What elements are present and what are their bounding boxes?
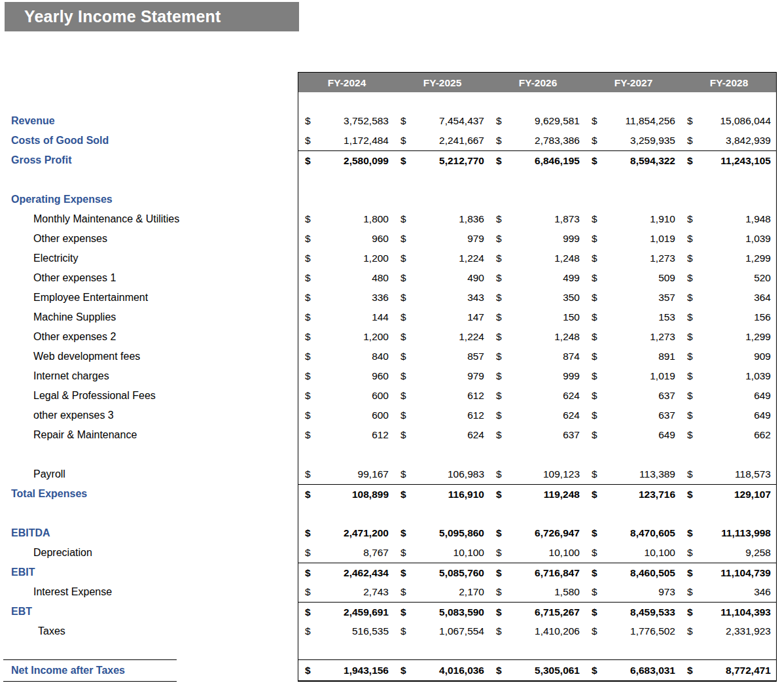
cell-value: 874 [563,347,580,366]
row-values: $960$979$999$1,019$1,039 [298,229,777,249]
cell-value: 1,273 [650,327,675,347]
currency-symbol: $ [305,386,311,406]
table-row: Other expenses 2$1,200$1,224$1,248$1,273… [0,327,777,347]
currency-symbol: $ [592,406,597,425]
table-row: Gross Profit$2,580,099$5,212,770$6,846,1… [0,150,777,170]
row-label: Costs of Good Sold [11,135,109,146]
row-label: Employee Entertainment [33,292,148,303]
table-row: Revenue$3,752,583$7,454,437$9,629,581$11… [0,111,777,131]
currency-symbol: $ [400,347,406,366]
cell-value: 3,842,939 [726,131,771,150]
cell-value: 612 [467,406,484,425]
cell-value: 6,726,947 [535,523,580,543]
currency-symbol: $ [400,425,406,445]
cell-value: 10,100 [453,543,484,563]
cell-value: 113,389 [639,464,675,484]
currency-symbol: $ [496,485,502,504]
row-values: $99,167$106,983$109,123$113,389$118,573 [298,464,777,484]
cell-value: 5,085,760 [439,563,484,582]
value-cell: $116,910 [394,485,489,504]
currency-symbol: $ [400,603,406,621]
currency-symbol: $ [305,307,311,327]
row-values: $1,172,484$2,241,667$2,783,386$3,259,935… [298,131,777,150]
cell-value: 2,471,200 [344,523,389,543]
row-values: $960$979$999$1,019$1,039 [298,366,777,386]
spacer-label [0,445,298,464]
value-cell: $10,100 [394,543,489,563]
value-cell: $624 [394,425,489,445]
value-cell: $11,104,393 [681,603,776,621]
currency-symbol: $ [400,660,406,680]
row-values [298,445,777,464]
row-values: $1,200$1,224$1,248$1,273$1,299 [298,249,777,268]
currency-symbol: $ [496,406,502,425]
cell-value: 336 [372,288,389,307]
currency-symbol: $ [400,582,406,602]
cell-value: 979 [467,229,484,249]
cell-value: 9,629,581 [535,111,580,131]
currency-symbol: $ [400,209,406,229]
table-row: EBITDA$2,471,200$5,095,860$6,726,947$8,4… [0,523,777,543]
value-cell: $106,983 [394,464,489,484]
value-cell: $960 [298,366,394,386]
currency-symbol: $ [496,347,502,366]
value-cell: $2,783,386 [489,131,585,150]
row-values: $1,200$1,224$1,248$1,273$1,299 [298,327,777,347]
value-cell: $147 [394,307,489,327]
currency-symbol: $ [496,111,502,131]
table-row: Monthly Maintenance & Utilities$1,800$1,… [0,209,777,229]
currency-symbol: $ [687,209,693,229]
value-cell: $600 [298,406,394,425]
row-values: $2,462,434$5,085,760$6,716,847$8,460,505… [298,563,777,582]
cell-value: 1,910 [650,209,675,229]
cell-value: 11,854,256 [626,111,675,131]
value-cell: $637 [489,425,585,445]
cell-value: 11,104,393 [720,603,771,621]
value-cell: $8,470,605 [585,523,681,543]
value-cell: $1,224 [394,327,489,347]
value-cell: $1,248 [489,327,585,347]
cell-value: 5,212,770 [439,151,484,170]
cell-value: 1,200 [363,327,389,347]
cell-value: 1,273 [650,249,675,268]
value-cell: $11,854,256 [585,111,681,131]
currency-symbol: $ [496,151,502,170]
value-cell: $8,460,505 [585,563,681,582]
row-label: Gross Profit [11,154,71,166]
row-values [298,504,777,523]
value-cell: $624 [489,406,585,425]
value-cell: $1,200 [298,249,394,268]
currency-symbol: $ [496,603,502,621]
income-statement-table: FY-2024FY-2025FY-2026FY-2027FY-2028 Reve… [0,72,777,682]
currency-symbol: $ [496,131,502,150]
currency-symbol: $ [592,347,597,366]
currency-symbol: $ [592,425,597,445]
cell-value: 840 [372,347,389,366]
currency-symbol: $ [496,209,502,229]
value-cell: $1,224 [394,249,489,268]
value-cell: $350 [489,288,585,307]
value-cell: $3,752,583 [298,111,394,131]
value-cell: $9,258 [681,543,776,563]
cell-value: 11,104,739 [720,563,771,582]
cell-value: 1,224 [459,249,484,268]
currency-symbol: $ [687,386,693,406]
cell-value: 649 [754,406,771,425]
value-cell: $10,100 [489,543,585,563]
value-cell: $1,248 [489,249,585,268]
currency-symbol: $ [400,151,406,170]
value-cell: $113,389 [585,464,681,484]
cell-value: 516,535 [352,621,389,641]
cell-value: 1,019 [650,366,675,386]
value-cell: $1,067,554 [394,621,489,641]
value-cell: $1,299 [681,327,776,347]
value-cell: $637 [585,406,681,425]
currency-symbol: $ [496,268,502,288]
currency-symbol: $ [592,307,597,327]
spacer-label [0,170,298,190]
table-row: Total Expenses$108,899$116,910$119,248$1… [0,484,777,504]
cell-value: 3,752,583 [344,111,389,131]
cell-value: 624 [467,425,484,445]
cell-value: 960 [372,366,389,386]
currency-symbol: $ [305,366,311,386]
